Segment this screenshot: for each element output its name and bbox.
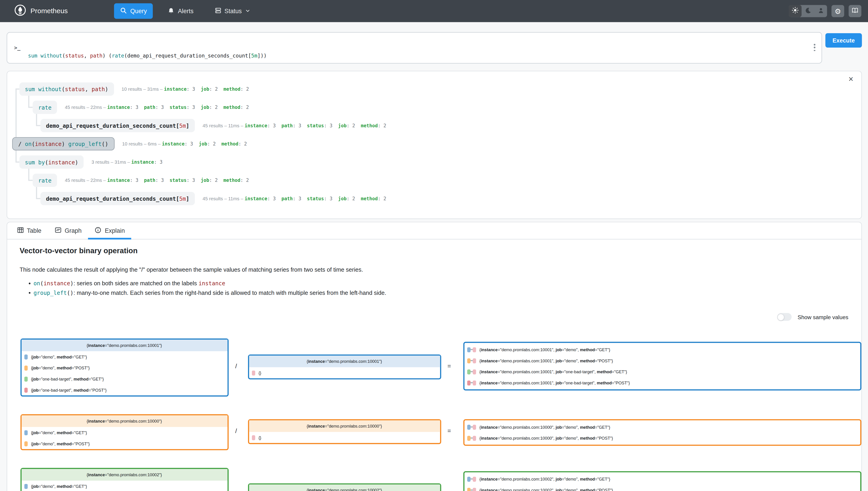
tree-node-stats: 45 results – 11ms – instance: 3 path: 3 … — [202, 196, 386, 201]
tab-table-label: Table — [27, 227, 42, 234]
series-row: {job="one-bad-target", method="GET"} — [21, 373, 227, 384]
explain-description: This node calculates the result of apply… — [20, 266, 363, 272]
tree-connector — [16, 88, 19, 90]
show-sample-values-toggle[interactable] — [777, 313, 791, 321]
gear-icon: ⚙ — [835, 7, 841, 15]
explain-bullet-group-left: group_left(): many-to-one match. Each se… — [33, 289, 386, 296]
nav-query-button[interactable]: Query — [114, 3, 153, 19]
tab-bar: Table Graph Explain — [7, 222, 861, 239]
tree-node-pill[interactable]: rate — [33, 174, 57, 187]
tree-connector — [28, 180, 32, 181]
result-series-box-10001: {instance="demo.promlabs.com:10001", job… — [463, 342, 861, 391]
tree-node-rate-1: rate 45 results – 22ms – instance: 3 pat… — [33, 101, 249, 114]
lhs-series-box-10000: {instance="demo.promlabs.com:10000"} {jo… — [20, 414, 228, 450]
tree-node-pill[interactable]: sum by(instance) — [19, 155, 84, 169]
tree-node-pill[interactable]: sum without(status, path) — [19, 83, 114, 96]
settings-button[interactable]: ⚙ — [831, 5, 844, 17]
swatch-pair — [467, 476, 476, 482]
swatch-pair — [467, 488, 476, 491]
divide-operator: / — [235, 428, 237, 434]
rhs-series-box-10002: {instance="demo.promlabs.com:10002"} — [248, 483, 441, 491]
result-series-row: {instance="demo.promlabs.com:10001", job… — [464, 377, 860, 388]
series-color-swatch — [24, 354, 28, 359]
query-editor-panel: >_ sum without(status, path) (rate(demo_… — [6, 32, 822, 63]
nav-query-label: Query — [130, 8, 147, 14]
series-row: {job="demo", method="GET"} — [21, 351, 227, 362]
tree-node-pill[interactable]: rate — [33, 101, 57, 114]
series-color-swatch — [24, 387, 28, 392]
prometheus-logo-icon — [14, 4, 26, 18]
tree-node-stats: 3 results – 31ms – instance: 3 — [91, 160, 162, 165]
sun-icon — [791, 6, 799, 16]
theme-dark-button[interactable] — [802, 5, 814, 17]
nav-status-menu[interactable]: Status — [209, 3, 256, 19]
series-color-swatch — [252, 370, 255, 375]
lhs-series-box-10001: {instance="demo.promlabs.com:10001"} {jo… — [20, 339, 228, 397]
tab-graph[interactable]: Graph — [48, 222, 88, 239]
rhs-series-box-10000: {instance="demo.promlabs.com:10000"} {} — [248, 419, 441, 444]
person-icon — [817, 6, 824, 16]
tree-node-stats: 45 results – 11ms – instance: 3 path: 3 … — [202, 123, 386, 128]
brand-link[interactable]: Prometheus — [14, 4, 68, 18]
series-row: {job="demo", method="GET"} — [21, 427, 227, 438]
series-box-header: {instance="demo.promlabs.com:10001"} — [21, 340, 227, 351]
swatch-pair — [467, 369, 476, 374]
book-icon — [851, 6, 859, 16]
tab-graph-label: Graph — [64, 227, 81, 234]
tree-node-selector-2: demo_api_request_duration_seconds_count[… — [40, 192, 386, 205]
tree-node-pill-selected[interactable]: / on(instance) group_left() — [12, 137, 114, 150]
toggle-knob — [778, 313, 785, 320]
close-icon[interactable]: × — [848, 74, 853, 83]
info-icon — [95, 227, 102, 235]
search-icon — [120, 7, 127, 15]
result-series-row: {instance="demo.promlabs.com:10001", job… — [464, 344, 860, 355]
table-icon — [17, 227, 23, 235]
tree-node-stats: 10 results – 6ms – instance: 3 job: 2 me… — [122, 141, 247, 146]
tree-connector — [36, 198, 40, 199]
series-color-swatch — [252, 435, 255, 440]
moon-icon — [805, 6, 811, 16]
tree-node-pill[interactable]: demo_api_request_duration_seconds_count[… — [40, 192, 195, 205]
equals-sign: = — [447, 428, 451, 434]
theme-auto-button[interactable] — [814, 5, 827, 17]
result-series-row: {instance="demo.promlabs.com:10002", job… — [464, 473, 860, 485]
series-row: {} — [249, 432, 440, 443]
series-box-header: {instance="demo.promlabs.com:10001"} — [249, 355, 440, 367]
prometheus-app: Prometheus Query Alerts Status — [0, 0, 868, 491]
tree-node-rate-2: rate 45 results – 22ms – instance: 3 pat… — [33, 174, 249, 187]
divide-operator: / — [235, 363, 237, 369]
server-icon — [215, 7, 221, 15]
tree-connector — [16, 88, 17, 162]
promql-line-1: sum without(status, path) (rate(demo_api… — [22, 52, 267, 60]
series-row: {job="demo", method="POST"} — [21, 362, 227, 374]
tree-node-selector-1: demo_api_request_duration_seconds_count[… — [40, 119, 386, 132]
series-row: {job="demo", method="GET"} — [21, 481, 227, 491]
results-panel: Table Graph Explain Vector-to-vector bin… — [6, 222, 862, 491]
result-series-row: {instance="demo.promlabs.com:10002", job… — [464, 484, 860, 491]
rhs-series-box-10001: {instance="demo.promlabs.com:10001"} {} — [248, 355, 441, 379]
brand-title: Prometheus — [30, 7, 68, 15]
prompt-icon: >_ — [14, 45, 21, 51]
result-series-row: {instance="demo.promlabs.com:10000", job… — [464, 422, 860, 433]
tree-connector — [28, 96, 29, 107]
tree-connector — [16, 162, 19, 163]
tab-explain[interactable]: Explain — [88, 222, 132, 239]
tree-connector — [36, 125, 40, 126]
bell-icon — [168, 7, 174, 15]
series-row: {job="demo", method="POST"} — [21, 438, 227, 449]
tab-table[interactable]: Table — [10, 222, 48, 239]
swatch-pair — [467, 380, 476, 385]
tree-node-stats: 45 results – 22ms – instance: 3 path: 3 … — [65, 177, 249, 183]
theme-toggle-group — [789, 5, 827, 17]
tree-node-pill[interactable]: demo_api_request_duration_seconds_count[… — [40, 119, 195, 132]
execute-button[interactable]: Execute — [825, 33, 862, 47]
result-series-row: {instance="demo.promlabs.com:10001", job… — [464, 366, 860, 377]
theme-light-button[interactable] — [789, 5, 802, 17]
docs-button[interactable] — [849, 5, 861, 17]
nav-alerts-button[interactable]: Alerts — [162, 3, 199, 19]
navbar-right-controls: ⚙ — [789, 5, 861, 17]
series-color-swatch — [24, 484, 28, 489]
explain-bullet-on: on(instance): series on both sides are m… — [33, 280, 225, 286]
swatch-pair — [467, 436, 476, 440]
query-options-kebab-icon[interactable] — [812, 42, 817, 53]
